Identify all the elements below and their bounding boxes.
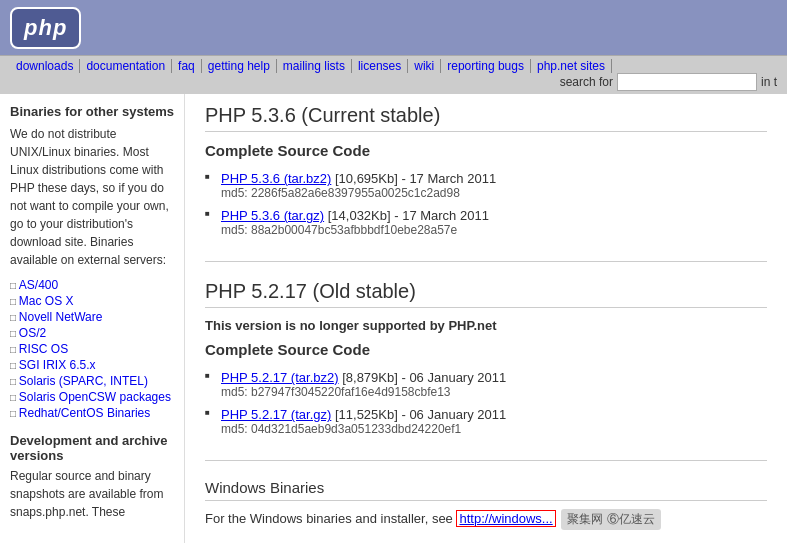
- sidebar-description: We do not distribute UNIX/Linux binaries…: [10, 125, 174, 269]
- sidebar-link-novell[interactable]: Novell NetWare: [19, 310, 103, 324]
- list-item: RISC OS: [10, 341, 174, 357]
- php536-bz2-md5: md5: 2286f5a82a6e8397955a0025c1c2ad98: [221, 186, 767, 200]
- nav-wiki[interactable]: wiki: [408, 59, 441, 73]
- php536-gz-link[interactable]: PHP 5.3.6 (tar.gz): [221, 208, 324, 223]
- nav-documentation[interactable]: documentation: [80, 59, 172, 73]
- windows-link[interactable]: http://windows...: [456, 510, 555, 527]
- nav-licenses[interactable]: licenses: [352, 59, 408, 73]
- php536-source-title: Complete Source Code: [205, 142, 767, 159]
- nav-mailing-lists[interactable]: mailing lists: [277, 59, 352, 73]
- windows-title: Windows Binaries: [205, 479, 767, 501]
- file-line: PHP 5.2.17 (tar.bz2) [8,879Kb] - 06 Janu…: [221, 370, 767, 385]
- sidebar-link-riscos[interactable]: RISC OS: [19, 342, 68, 356]
- list-item: Solaris OpenCSW packages: [10, 389, 174, 405]
- nav-phpnet-sites[interactable]: php.net sites: [531, 59, 612, 73]
- php5217-gz-info: [11,525Kb] - 06 January 2011: [335, 407, 506, 422]
- watermark-text: 聚集网 ⑥亿速云: [561, 509, 660, 530]
- php5217-file-list: PHP 5.2.17 (tar.bz2) [8,879Kb] - 06 Janu…: [205, 366, 767, 440]
- sidebar-link-macosx[interactable]: Mac OS X: [19, 294, 74, 308]
- sidebar-link-as400[interactable]: AS/400: [19, 278, 58, 292]
- list-item: PHP 5.3.6 (tar.gz) [14,032Kb] - 17 March…: [205, 204, 767, 241]
- windows-text: For the Windows binaries and installer, …: [205, 509, 767, 530]
- search-label: search for: [560, 75, 613, 89]
- php5217-bz2-link[interactable]: PHP 5.2.17 (tar.bz2): [221, 370, 339, 385]
- sidebar-link-solaris[interactable]: Solaris (SPARC, INTEL): [19, 374, 148, 388]
- sidebar-link-redhat[interactable]: Redhat/CentOS Binaries: [19, 406, 150, 420]
- list-item: Solaris (SPARC, INTEL): [10, 373, 174, 389]
- windows-section: Windows Binaries For the Windows binarie…: [205, 479, 767, 530]
- sidebar: Binaries for other systems We do not dis…: [0, 94, 185, 543]
- windows-text-before: For the Windows binaries and installer, …: [205, 511, 453, 526]
- php536-gz-info: [14,032Kb] - 17 March 2011: [328, 208, 489, 223]
- list-item: PHP 5.3.6 (tar.bz2) [10,695Kb] - 17 Marc…: [205, 167, 767, 204]
- list-item: PHP 5.2.17 (tar.bz2) [8,879Kb] - 06 Janu…: [205, 366, 767, 403]
- sidebar-title: Binaries for other systems: [10, 104, 174, 119]
- php5217-gz-link[interactable]: PHP 5.2.17 (tar.gz): [221, 407, 331, 422]
- sidebar-links: AS/400 Mac OS X Novell NetWare OS/2 RISC…: [10, 277, 174, 421]
- nav-downloads[interactable]: downloads: [10, 59, 80, 73]
- php536-title: PHP 5.3.6 (Current stable): [205, 104, 767, 132]
- php5217-bz2-md5: md5: b27947f3045220faf16e4d9158cbfe13: [221, 385, 767, 399]
- list-item: Novell NetWare: [10, 309, 174, 325]
- sidebar-link-sgi[interactable]: SGI IRIX 6.5.x: [19, 358, 96, 372]
- php5217-title: PHP 5.2.17 (Old stable): [205, 280, 767, 308]
- php536-gz-md5: md5: 88a2b00047bc53afbbbdf10ebe28a57e: [221, 223, 767, 237]
- file-line: PHP 5.3.6 (tar.gz) [14,032Kb] - 17 March…: [221, 208, 767, 223]
- php536-bz2-info: [10,695Kb] - 17 March 2011: [335, 171, 496, 186]
- list-item: PHP 5.2.17 (tar.gz) [11,525Kb] - 06 Janu…: [205, 403, 767, 440]
- file-line: PHP 5.3.6 (tar.bz2) [10,695Kb] - 17 Marc…: [221, 171, 767, 186]
- php-logo-text: php: [24, 15, 67, 41]
- sidebar-link-opencsw[interactable]: Solaris OpenCSW packages: [19, 390, 171, 404]
- search-input[interactable]: [617, 73, 757, 91]
- nav-bar: downloads documentation faq getting help…: [0, 55, 787, 94]
- php536-file-list: PHP 5.3.6 (tar.bz2) [10,695Kb] - 17 Marc…: [205, 167, 767, 241]
- list-item: SGI IRIX 6.5.x: [10, 357, 174, 373]
- list-item: Redhat/CentOS Binaries: [10, 405, 174, 421]
- php5217-old-notice: This version is no longer supported by P…: [205, 318, 767, 333]
- search-bar: search for in t: [560, 73, 777, 91]
- sidebar-dev-text: Regular source and binary snapshots are …: [10, 467, 174, 521]
- php536-bz2-link[interactable]: PHP 5.3.6 (tar.bz2): [221, 171, 331, 186]
- php5217-bz2-info: [8,879Kb] - 06 January 2011: [342, 370, 506, 385]
- list-item: OS/2: [10, 325, 174, 341]
- search-in-label: in t: [761, 75, 777, 89]
- list-item: AS/400: [10, 277, 174, 293]
- nav-getting-help[interactable]: getting help: [202, 59, 277, 73]
- php5217-gz-md5: md5: 04d321d5aeb9d3a051233dbd24220ef1: [221, 422, 767, 436]
- php5217-old-notice-text: This version is no longer supported by P…: [205, 318, 497, 333]
- nav-faq[interactable]: faq: [172, 59, 202, 73]
- main-content: PHP 5.3.6 (Current stable) Complete Sour…: [185, 94, 787, 543]
- php5217-section: PHP 5.2.17 (Old stable) This version is …: [205, 280, 767, 461]
- list-item: Mac OS X: [10, 293, 174, 309]
- nav-reporting-bugs[interactable]: reporting bugs: [441, 59, 531, 73]
- php536-section: PHP 5.3.6 (Current stable) Complete Sour…: [205, 104, 767, 262]
- php5217-source-title: Complete Source Code: [205, 341, 767, 358]
- php-logo[interactable]: php: [10, 7, 81, 49]
- sidebar-link-os2[interactable]: OS/2: [19, 326, 46, 340]
- sidebar-dev-title: Development and archive versions: [10, 433, 174, 463]
- file-line: PHP 5.2.17 (tar.gz) [11,525Kb] - 06 Janu…: [221, 407, 767, 422]
